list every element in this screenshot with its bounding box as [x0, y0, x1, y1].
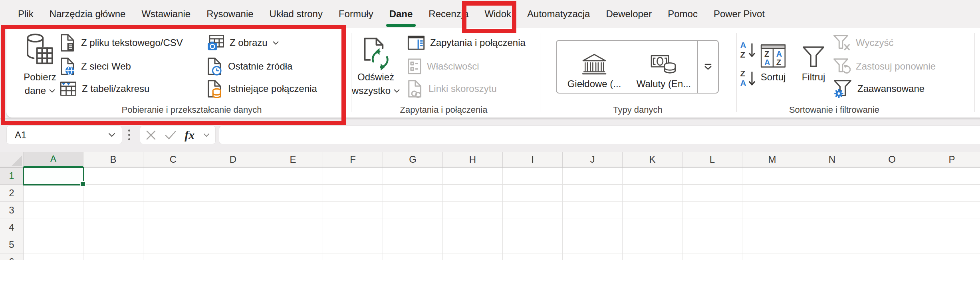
column-header[interactable]: B	[83, 152, 143, 167]
grid-cell[interactable]	[203, 167, 263, 185]
grid-cell[interactable]	[802, 167, 862, 185]
grid-cell[interactable]	[143, 253, 203, 260]
grid-cell[interactable]	[682, 236, 742, 253]
grid-cell[interactable]	[143, 185, 203, 202]
column-header[interactable]: I	[503, 152, 563, 167]
menu-tab[interactable]: Recenzja	[421, 0, 476, 28]
grid-cell[interactable]	[24, 202, 83, 219]
grid-cell[interactable]	[742, 185, 802, 202]
data-types-gallery-more-button[interactable]	[697, 41, 718, 93]
grid-cell[interactable]	[922, 185, 980, 202]
grid-cell[interactable]	[143, 202, 203, 219]
enter-check-icon[interactable]	[165, 131, 176, 140]
grid-cell[interactable]	[443, 236, 503, 253]
menu-tab[interactable]: Automatyzacja	[519, 0, 598, 28]
grid-cell[interactable]	[623, 167, 682, 185]
from-picture-button[interactable]: Z obrazu	[207, 33, 279, 52]
column-header[interactable]: M	[742, 152, 802, 167]
menu-tab[interactable]: Pomoc	[660, 0, 706, 28]
grid-cell[interactable]	[922, 202, 980, 219]
grid-cell[interactable]	[922, 167, 980, 185]
grid-cell[interactable]	[443, 167, 503, 185]
grid-cell[interactable]	[563, 185, 623, 202]
formula-input[interactable]	[219, 126, 980, 144]
menu-tab[interactable]: Dane	[381, 0, 421, 28]
grid-cell[interactable]	[24, 253, 83, 260]
grid-cell[interactable]	[323, 202, 383, 219]
grid-cell[interactable]	[143, 236, 203, 253]
grid-cell[interactable]	[922, 219, 980, 236]
grid-cell[interactable]	[323, 236, 383, 253]
grid-cell[interactable]	[742, 236, 802, 253]
grid-cell[interactable]	[503, 167, 563, 185]
name-box[interactable]: A1	[6, 126, 122, 144]
grid-cell[interactable]	[682, 202, 742, 219]
grid-cell[interactable]	[563, 167, 623, 185]
grid-cell[interactable]	[203, 202, 263, 219]
select-all-corner[interactable]	[0, 152, 24, 167]
grid-cell[interactable]	[563, 253, 623, 260]
column-header[interactable]: D	[203, 152, 263, 167]
grid-cell[interactable]	[682, 219, 742, 236]
grid-cell[interactable]	[503, 219, 563, 236]
grid-cell[interactable]	[323, 185, 383, 202]
column-header[interactable]: N	[802, 152, 862, 167]
row-header[interactable]: 5	[0, 236, 24, 253]
column-header[interactable]: F	[323, 152, 383, 167]
grid-cell[interactable]	[83, 253, 143, 260]
currencies-data-type-button[interactable]: Waluty (En...	[629, 45, 698, 90]
grid-cell[interactable]	[263, 167, 323, 185]
grid-cell[interactable]	[83, 167, 143, 185]
insert-function-fx-icon[interactable]: fx	[184, 128, 194, 142]
row-header[interactable]: 4	[0, 219, 24, 236]
menu-tab[interactable]: Układ strony	[262, 0, 331, 28]
column-header[interactable]: K	[623, 152, 682, 167]
grid-cell[interactable]	[83, 202, 143, 219]
column-header[interactable]: A	[24, 152, 83, 167]
grid-cell[interactable]	[862, 219, 922, 236]
chevron-down-icon[interactable]	[203, 133, 210, 137]
grid-cell[interactable]	[563, 202, 623, 219]
grid-cell[interactable]	[143, 167, 203, 185]
menu-tab[interactable]: Rysowanie	[198, 0, 261, 28]
grid-cell[interactable]	[862, 185, 922, 202]
grid-cell[interactable]	[383, 167, 443, 185]
grid-cell[interactable]	[24, 185, 83, 202]
grid-cell[interactable]	[323, 219, 383, 236]
menu-tab[interactable]: Power Pivot	[706, 0, 773, 28]
grid-cell[interactable]	[443, 202, 503, 219]
grid-cell[interactable]	[383, 219, 443, 236]
row-header[interactable]: 1	[0, 167, 24, 185]
grid-cell[interactable]	[802, 185, 862, 202]
fill-handle[interactable]	[80, 181, 86, 187]
filter-button[interactable]: Filtruj	[791, 30, 836, 84]
grid-cell[interactable]	[443, 253, 503, 260]
from-text-csv-button[interactable]: Z pliku tekstowego/CSV	[60, 33, 183, 52]
grid-cell[interactable]	[623, 236, 682, 253]
row-header[interactable]: 3	[0, 202, 24, 219]
column-header[interactable]: L	[682, 152, 742, 167]
grid-cell[interactable]	[143, 219, 203, 236]
refresh-all-button[interactable]: Odśwież wszystko	[346, 30, 406, 98]
grid-cell[interactable]	[263, 236, 323, 253]
grid-cell[interactable]	[503, 185, 563, 202]
column-header[interactable]: E	[263, 152, 323, 167]
grid-cell[interactable]	[563, 219, 623, 236]
grid-cell[interactable]	[383, 253, 443, 260]
grid-cell[interactable]	[862, 236, 922, 253]
grid-cell[interactable]	[742, 219, 802, 236]
grid-cell[interactable]	[742, 253, 802, 260]
grid-cell[interactable]	[503, 202, 563, 219]
sort-button[interactable]: Z A A Z Sortuj	[751, 30, 796, 84]
column-header[interactable]: J	[563, 152, 623, 167]
grid-cell[interactable]	[623, 185, 682, 202]
column-header[interactable]: P	[922, 152, 980, 167]
grid-cell[interactable]	[802, 253, 862, 260]
advanced-filter-button[interactable]: Zaawansowane	[833, 79, 924, 98]
menu-tab[interactable]: Narzędzia główne	[42, 0, 134, 28]
chevron-down-icon[interactable]	[108, 133, 115, 137]
grid-cell[interactable]	[802, 202, 862, 219]
grid-cell[interactable]	[623, 202, 682, 219]
grid-cell[interactable]	[83, 219, 143, 236]
row-header[interactable]: 6	[0, 253, 24, 260]
